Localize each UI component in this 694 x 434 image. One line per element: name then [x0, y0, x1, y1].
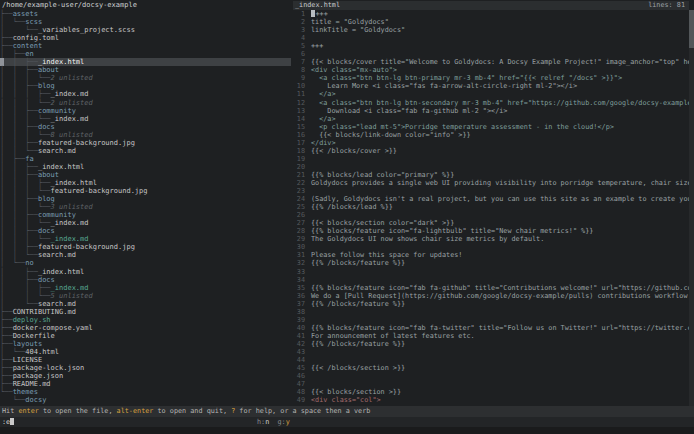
tree-row[interactable]: ├──package-lock.json	[0, 364, 291, 372]
tree-branch-lines: │ │ └──	[0, 147, 38, 155]
tree-row[interactable]: │ ├──docs	[0, 276, 291, 284]
tree-row[interactable]: │ ├──_index.html	[0, 268, 291, 276]
tree-row[interactable]: ├──layouts	[0, 340, 291, 348]
tree-row[interactable]: │ └──_variables_project.scss	[0, 26, 291, 34]
code-text: <div class="mx-auto">	[311, 66, 397, 74]
preview-pane: _index.html lines: 81 1+++2title = "Gold…	[293, 1, 689, 406]
tree-row[interactable]: │ │ ├──_index.md	[0, 284, 291, 292]
tree-branch-lines: ├──	[0, 364, 13, 372]
tree-folder-label: no	[25, 259, 33, 267]
tree-folder-label: themes	[13, 388, 38, 396]
tree-row[interactable]: │ │ │ └──8 unlisted	[0, 131, 291, 139]
tree-row[interactable]: ├──package.json	[0, 372, 291, 380]
tree-row[interactable]: │ └──404.html	[0, 348, 291, 356]
line-number: 22	[293, 179, 305, 187]
tree-row[interactable]: ├──assets	[0, 10, 291, 18]
tree-branch-lines: │ │ │ └──	[0, 115, 51, 123]
tree-row[interactable]: │ │ ├──community	[0, 211, 291, 219]
line-number: 44	[293, 356, 305, 364]
tree-branch-lines: │ └──	[0, 348, 25, 356]
command-input-line[interactable]: :e h:n g:y	[0, 417, 694, 427]
gitignore-flag-label: g:	[277, 418, 285, 426]
tree-row[interactable]: │ │ ├──community	[0, 107, 291, 115]
line-number: 17	[293, 139, 305, 147]
tree-branch-lines: ├──	[0, 380, 13, 388]
tree-row[interactable]: │ │ ├──featured-background.jpg	[0, 139, 291, 147]
tree-row[interactable]: ├──CONTRIBUTING.md	[0, 308, 291, 316]
code-text: For announcement of latest features etc.	[311, 332, 475, 340]
tree-branch-lines: │ │ │ └──	[0, 203, 51, 211]
tree-row[interactable]: ├──deploy.sh	[0, 316, 291, 324]
tree-file-label: 5 unlisted	[51, 292, 93, 300]
code-line: 26	[293, 211, 689, 219]
line-number: 37	[293, 300, 305, 308]
code-text: </a>	[311, 90, 336, 98]
tree-row[interactable]: │ │ │ ├──_index.md	[0, 90, 291, 98]
tree-row[interactable]: ├──LICENSE	[0, 356, 291, 364]
tree-row[interactable]: │ │ ├──_index.html	[0, 163, 291, 171]
code-text: Download <i class="fab fa-github ml-2 ">…	[311, 107, 507, 115]
tree-folder-label: community	[38, 107, 76, 115]
line-number: 41	[293, 332, 305, 340]
tree-row[interactable]: │ │ │ └──_index.md	[0, 115, 291, 123]
tree-row[interactable]: │ │ │ ├──_index.html	[0, 179, 291, 187]
line-number: 19	[293, 155, 305, 163]
code-text: The Goldydocs UI now shows chair size me…	[311, 235, 544, 243]
tree-row[interactable]: │ │ ├──docs	[0, 123, 291, 131]
line-number: 47	[293, 380, 305, 388]
tree-branch-lines: │ │ ├──	[0, 163, 38, 171]
scrollbar-thumb[interactable]	[689, 10, 694, 48]
code-line: 1+++	[293, 10, 689, 18]
code-line: 35{{% blocks/feature icon="fab fa-github…	[293, 284, 689, 292]
code-text: <p class="lead mt-5">Porridge temperatur…	[311, 123, 614, 131]
code-line: 42{{% /blocks/feature %}}	[293, 340, 689, 348]
hint-text: for help, or a space then a verb	[235, 407, 370, 415]
tree-row[interactable]: │ │ ├──blog	[0, 195, 291, 203]
tree-row[interactable]: ├──content	[0, 42, 291, 50]
hidden-flag-value[interactable]: n	[265, 418, 269, 426]
line-number: 35	[293, 284, 305, 292]
command-input[interactable]: :e	[2, 417, 14, 427]
line-number: 6	[293, 50, 305, 58]
tree-row[interactable]: │ └──no	[0, 259, 291, 267]
code-text: {{% /blocks/feature %}}	[311, 340, 405, 348]
preview-scrollbar[interactable]	[689, 10, 694, 406]
tree-branch-lines: │ │ │ └──	[0, 131, 51, 139]
code-text: <a class="btn btn-lg btn-primary mr-3 mb…	[311, 74, 622, 82]
gitignore-flag-value[interactable]: y	[286, 418, 290, 426]
tree-folder-label: assets	[13, 10, 38, 18]
tree-row[interactable]: ├──config.toml	[0, 34, 291, 42]
tree-row[interactable]: │ │ ├──about	[0, 171, 291, 179]
tree-file-label: 8 unlisted	[51, 131, 93, 139]
tree-row[interactable]: │ └──search.md	[0, 300, 291, 308]
code-text: <div class="col">	[311, 396, 381, 404]
tree-row[interactable]: │ │ │ └──3 unlisted	[0, 203, 291, 211]
hint-text: Hit	[2, 407, 18, 415]
tree-row[interactable]: │ │ │ └──2 unlisted	[0, 99, 291, 107]
tree-row[interactable]: │ │ └──search.md	[0, 251, 291, 259]
tree-folder-label: content	[13, 42, 43, 50]
code-line: 5+++	[293, 42, 689, 50]
tree-row[interactable]: │ ├──fa	[0, 155, 291, 163]
text-cursor	[10, 418, 14, 425]
tree-row[interactable]: │ └──scss	[0, 18, 291, 26]
tree-folder-label: layouts	[13, 340, 43, 348]
code-text: Learn More <i class="fas fa-arrow-alt-ci…	[311, 82, 577, 90]
tree-row[interactable]: ├──docker-compose.yaml	[0, 324, 291, 332]
code-text: <a class="btn btn-lg btn-secondary mr-3 …	[311, 99, 689, 107]
file-tree: ├──assets│ └──scss│ └──_variables_projec…	[0, 10, 291, 404]
tree-row[interactable]: ├──Dockerfile	[0, 332, 291, 340]
code-text: {{% blocks/feature icon="fa-lightbulb" t…	[311, 227, 593, 235]
tree-row[interactable]: │ │ └──search.md	[0, 147, 291, 155]
hint-key: alt-enter	[117, 407, 154, 415]
tree-row[interactable]: └──docsy	[0, 396, 291, 404]
tree-row[interactable]: │ │ │ └──featured-background.jpg	[0, 187, 291, 195]
tree-row[interactable]: │ │ └──5 unlisted	[0, 292, 291, 300]
line-number: 20	[293, 163, 305, 171]
code-line: 36We do a [Pull Request](https://github.…	[293, 292, 689, 300]
code-line: 47	[293, 380, 689, 388]
code-line: 30	[293, 243, 689, 251]
tree-branch-lines: │ │ ├──	[0, 123, 38, 131]
tree-row[interactable]: ├──README.md	[0, 380, 291, 388]
tree-file-label: config.toml	[13, 34, 59, 42]
